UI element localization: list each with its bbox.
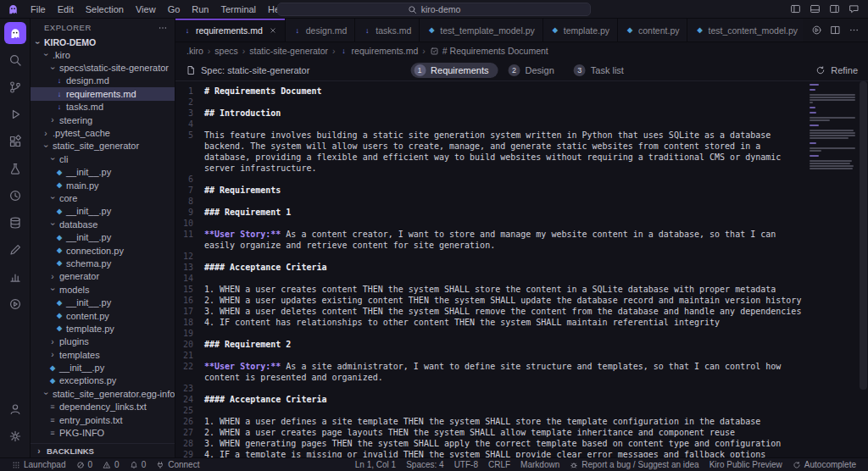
status-item-0[interactable]: 0 xyxy=(97,460,125,469)
minimap[interactable] xyxy=(810,84,857,170)
menu-file[interactable]: File xyxy=(25,3,52,15)
preview-icon[interactable] xyxy=(811,25,822,36)
activity-database-icon[interactable] xyxy=(4,212,26,234)
command-center-search[interactable]: kiro-demo xyxy=(277,3,591,16)
tree-item-template-py[interactable]: ◆ template.py xyxy=(31,322,175,335)
tab-tasks-md[interactable]: ↓ tasks.md xyxy=(355,19,420,42)
spec-step-design[interactable]: 2 Design xyxy=(505,63,564,78)
vertical-scrollbar[interactable] xyxy=(859,81,868,457)
status-item-autocomplete[interactable]: Autocomplete xyxy=(787,460,861,469)
chevron-down-icon: › xyxy=(48,285,58,294)
activity-search-icon[interactable] xyxy=(4,49,26,71)
tab-test-template-model-py[interactable]: ◆ test_template_model.py xyxy=(420,19,542,42)
status-item-connect[interactable]: Connect xyxy=(151,460,204,469)
more-actions-icon[interactable] xyxy=(158,23,168,33)
more-icon[interactable] xyxy=(849,25,860,36)
tree-item-design-md[interactable]: ↓ design.md xyxy=(31,75,175,87)
tree-item-steering[interactable]: › steering xyxy=(31,114,175,126)
activity-edit-icon[interactable] xyxy=(4,239,26,261)
tree-item-exceptions-py[interactable]: ◆ exceptions.py xyxy=(31,374,175,387)
tree-item-static-site-generator-egg-info[interactable]: › static_site_generator.egg-info xyxy=(31,387,175,400)
tree-item-database[interactable]: › database xyxy=(31,218,175,230)
tree-item-generator[interactable]: › generator xyxy=(31,270,175,283)
activity-testing-icon[interactable] xyxy=(4,158,26,180)
chevron-right-icon: › xyxy=(42,129,50,138)
tree-item-pkg-info[interactable]: ≡ PKG-INFO xyxy=(31,426,175,439)
tree-item-core[interactable]: › core xyxy=(31,191,175,204)
tree-item-models[interactable]: › models xyxy=(31,283,175,296)
tree-item-cli[interactable]: › cli xyxy=(31,152,175,165)
py-file-icon: ◆ xyxy=(55,259,64,267)
status-item-kiro-public-preview[interactable]: Kiro Public Preview xyxy=(704,460,787,469)
breadcrumb-item-static-site-generator[interactable]: static-site-generator xyxy=(249,46,328,56)
tree-item-specs-static-site-generator[interactable]: › specs\static-site-generator xyxy=(31,61,175,74)
code-editor[interactable]: 1 # Requirements Document 2 3 ## Introdu… xyxy=(175,81,868,457)
tree-item-init-py[interactable]: ◆ __init__.py xyxy=(31,205,175,218)
activity-kiro-icon[interactable] xyxy=(4,22,26,44)
activity-run-debug-icon[interactable] xyxy=(4,103,26,125)
layout-left-icon[interactable] xyxy=(790,3,801,14)
tree-item-init-py[interactable]: ◆ __init__.py xyxy=(31,296,175,308)
activity-settings-icon[interactable] xyxy=(4,425,26,447)
tree-item-tasks-md[interactable]: ↓ tasks.md xyxy=(31,101,175,114)
tree-item-dependency-links-txt[interactable]: ≡ dependency_links.txt xyxy=(31,401,175,413)
tree-item-pytest-cache[interactable]: › .pytest_cache xyxy=(31,126,175,139)
activity-preview-icon[interactable] xyxy=(4,293,26,315)
tab-content-py[interactable]: ◆ content.py xyxy=(618,19,687,42)
breadcrumb-item-requirements-md[interactable]: ↓requirements.md xyxy=(340,46,419,56)
split-icon[interactable] xyxy=(830,25,841,36)
status-item-markdown[interactable]: Markdown xyxy=(515,460,565,469)
activity-source-control-icon[interactable] xyxy=(4,76,26,98)
backlinks-section[interactable]: › BACKLINKS xyxy=(31,443,175,457)
scrollbar-thumb[interactable] xyxy=(860,81,867,390)
activity-chart-icon[interactable] xyxy=(4,266,26,288)
tree-item-templates[interactable]: › templates xyxy=(31,348,175,361)
spec-step-task-list[interactable]: 3 Task list xyxy=(570,63,633,78)
tab-template-py[interactable]: ◆ template.py xyxy=(543,19,618,42)
menu-view[interactable]: View xyxy=(130,3,162,15)
line-number: 10 xyxy=(175,218,204,229)
tree-item-schema-py[interactable]: ◆ schema.py xyxy=(31,257,175,269)
status-item-report-a-bug-suggest-an-idea[interactable]: Report a bug / Suggest an idea xyxy=(565,460,704,469)
tree-item-connection-py[interactable]: ◆ connection.py xyxy=(31,244,175,257)
tree-item-entry-points-txt[interactable]: ≡ entry_points.txt xyxy=(31,413,175,426)
launchpad-icon xyxy=(12,461,20,469)
refine-button[interactable]: Refine xyxy=(815,65,858,75)
project-root-row[interactable]: › KIRO-DEMO xyxy=(31,36,175,48)
tab-test-content-model-py[interactable]: ◆ test_content_model.py xyxy=(687,19,803,42)
status-item-0[interactable]: 0 xyxy=(125,460,152,469)
tree-item-plugins[interactable]: › plugins xyxy=(31,335,175,348)
layout-right-icon[interactable] xyxy=(829,3,840,14)
menu-run[interactable]: Run xyxy=(186,3,214,15)
tree-item-init-py[interactable]: ◆ __init__.py xyxy=(31,361,175,374)
menu-edit[interactable]: Edit xyxy=(52,3,80,15)
close-icon[interactable] xyxy=(269,26,277,35)
breadcrumb-item-specs[interactable]: specs xyxy=(214,46,237,56)
tree-item-static-site-generator[interactable]: › static_site_generator xyxy=(31,140,175,152)
status-item-launchpad[interactable]: Launchpad xyxy=(7,460,71,469)
tree-item-requirements-md[interactable]: ↓ requirements.md xyxy=(31,87,175,100)
tree-item-kiro[interactable]: › .kiro xyxy=(31,48,175,61)
breadcrumb-item-requirements-document[interactable]: # Requirements Document xyxy=(430,46,548,56)
tab-requirements-md[interactable]: ↓ requirements.md xyxy=(175,19,286,42)
status-item-0[interactable]: 0 xyxy=(71,460,98,469)
tree-item-init-py[interactable]: ◆ __init__.py xyxy=(31,166,175,179)
activity-history-icon[interactable] xyxy=(4,185,26,207)
status-item-ln-1-col-1[interactable]: Ln 1, Col 1 xyxy=(350,460,401,469)
status-item-utf-8[interactable]: UTF-8 xyxy=(449,460,483,469)
activity-extensions-icon[interactable] xyxy=(4,130,26,152)
spec-step-requirements[interactable]: 1 Requirements xyxy=(410,63,498,78)
tree-item-init-py[interactable]: ◆ __init__.py xyxy=(31,230,175,243)
status-item-crlf[interactable]: CRLF xyxy=(483,460,515,469)
tree-item-content-py[interactable]: ◆ content.py xyxy=(31,309,175,322)
activity-account-icon[interactable] xyxy=(4,398,26,420)
menu-terminal[interactable]: Terminal xyxy=(215,3,263,15)
breadcrumb-item-kiro[interactable]: .kiro xyxy=(186,46,203,56)
tab-design-md[interactable]: ↓ design.md xyxy=(286,19,355,42)
menu-go[interactable]: Go xyxy=(162,3,186,15)
tree-item-main-py[interactable]: ◆ main.py xyxy=(31,179,175,191)
layout-bottom-icon[interactable] xyxy=(810,3,821,14)
comment-icon[interactable] xyxy=(849,3,860,14)
menu-selection[interactable]: Selection xyxy=(80,3,130,15)
status-item-spaces-4[interactable]: Spaces: 4 xyxy=(401,460,448,469)
